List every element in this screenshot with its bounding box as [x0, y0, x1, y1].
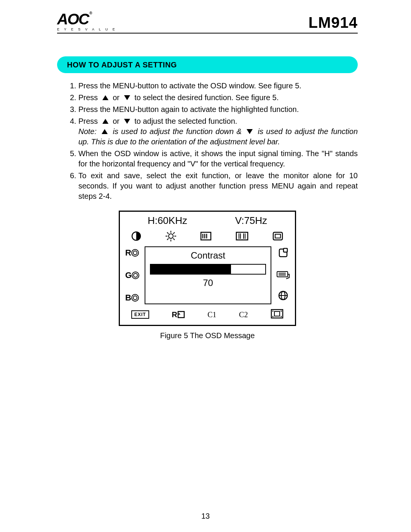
osd-timing-row: H:60KHz V:75Hz [120, 212, 295, 230]
triangle-down-icon [124, 119, 130, 124]
svg-rect-19 [273, 232, 282, 240]
page: AOC ® E Y E S V A L U E LM914 HOW TO ADJ… [0, 0, 411, 532]
svg-line-9 [167, 238, 169, 240]
step-6: To exit and save, select the exit functi… [78, 171, 358, 201]
preset-c2: C2 [239, 310, 248, 319]
svg-point-25 [133, 296, 137, 300]
model-number: LM914 [309, 14, 358, 31]
osd-figure: H:60KHz V:75Hz [57, 211, 358, 326]
svg-point-39 [272, 311, 274, 312]
recall-icon: R [172, 310, 185, 319]
preset-c1: C1 [207, 310, 216, 319]
step-2: Press or to select the desired function.… [78, 93, 358, 103]
figure-caption: Figure 5 The OSD Message [57, 331, 358, 340]
osd-h-frequency: H:60KHz [148, 215, 187, 227]
osd-g-gain: G [125, 270, 139, 280]
svg-point-41 [272, 316, 274, 317]
section-title: HOW TO ADJUST A SETTING [67, 61, 177, 69]
logo-tagline: E Y E S V A L U E [57, 27, 117, 31]
step-5: When the OSD window is active, it shows … [78, 149, 358, 169]
step-1: Press the MENU-button to activate the OS… [78, 81, 358, 91]
svg-rect-20 [275, 234, 280, 238]
svg-point-23 [134, 273, 137, 277]
osd-center-panel: Contrast 70 [145, 246, 271, 304]
triangle-down-icon [124, 95, 130, 100]
section-heading: HOW TO ADJUST A SETTING [57, 56, 358, 73]
globe-icon [278, 291, 288, 303]
sun-icon [131, 249, 139, 257]
svg-line-8 [173, 232, 175, 234]
svg-line-6 [167, 232, 169, 234]
osd-level-value: 70 [203, 278, 213, 288]
triangle-down-icon [247, 129, 253, 134]
osd-b-gain: B [125, 293, 139, 303]
brightness-icon [165, 230, 177, 242]
svg-point-21 [133, 251, 137, 255]
svg-point-1 [169, 234, 173, 238]
osd-v-frequency: V:75Hz [235, 215, 267, 227]
step-3: Press the MENU-button again to activate … [78, 104, 358, 115]
osd-top-icon-row [120, 230, 295, 246]
svg-point-42 [281, 316, 282, 317]
step-4-note: Note: is used to adjust the function dow… [78, 126, 358, 147]
instruction-list: Press the MENU-button to activate the OS… [57, 81, 358, 201]
svg-point-22 [132, 249, 139, 256]
svg-line-7 [173, 238, 175, 240]
osd-right-column [274, 246, 295, 305]
osd-left-column: R G B [120, 246, 142, 305]
logo: AOC ® E Y E S V A L U E [57, 11, 117, 31]
osd-r-gain: R [125, 248, 139, 258]
osd-window: H:60KHz V:75Hz [119, 211, 296, 326]
triangle-up-icon [102, 129, 108, 134]
sun-icon [132, 272, 139, 279]
h-position-icon [200, 232, 212, 241]
triangle-up-icon [102, 119, 108, 124]
svg-point-40 [281, 311, 282, 312]
logo-text: AOC [57, 11, 89, 27]
monitor-icon [271, 309, 284, 320]
osd-level-bar [150, 264, 266, 275]
svg-point-24 [132, 272, 139, 279]
triangle-up-icon [102, 95, 108, 100]
svg-point-26 [132, 294, 139, 301]
osd-position-icon [278, 248, 288, 260]
svg-rect-14 [236, 232, 248, 240]
contrast-icon [131, 231, 141, 241]
step-4: Press or to adjust the selected function… [78, 116, 358, 147]
page-number: 13 [0, 512, 411, 521]
osd-middle: R G B Contrast 70 [120, 246, 295, 305]
sun-icon [131, 294, 139, 302]
h-size-icon [272, 231, 284, 241]
osd-function-label: Contrast [191, 250, 225, 261]
exit-icon: EXIT [131, 310, 149, 319]
osd-bottom-row: EXIT R C1 C2 [120, 305, 295, 325]
header: AOC ® E Y E S V A L U E LM914 [57, 11, 358, 34]
svg-rect-38 [274, 312, 280, 316]
keyboard-icon [277, 269, 290, 281]
logo-registered: ® [89, 11, 91, 15]
osd-level-bar-fill [151, 265, 231, 274]
v-position-icon [236, 232, 249, 241]
svg-rect-28 [284, 248, 287, 252]
